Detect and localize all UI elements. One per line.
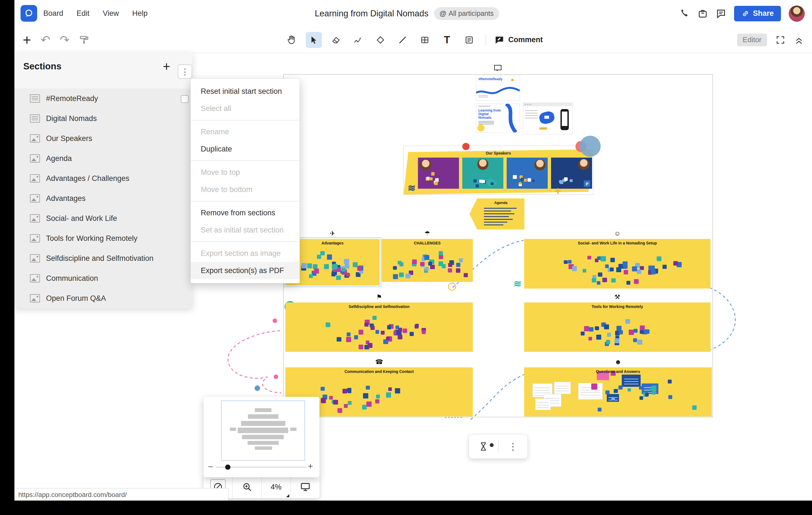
speaker-panel[interactable] — [418, 158, 459, 189]
sticky-note[interactable] — [521, 178, 524, 181]
sticky-note[interactable] — [614, 389, 617, 393]
slide-webinar[interactable] — [523, 103, 573, 134]
add-section-button[interactable]: + — [163, 60, 170, 73]
sticky-note[interactable] — [619, 330, 623, 334]
sticky-note[interactable] — [584, 326, 589, 331]
sticky-note[interactable] — [606, 340, 610, 344]
eraser-tool[interactable] — [328, 32, 344, 48]
sticky-note[interactable] — [386, 336, 389, 340]
sticky-note[interactable] — [403, 328, 407, 333]
sticky-note[interactable] — [604, 324, 609, 329]
sticky-note[interactable] — [398, 328, 402, 332]
sticky-note[interactable] — [614, 338, 619, 343]
sticky-note[interactable] — [346, 337, 351, 342]
sticky-note[interactable] — [338, 408, 342, 413]
sticky-note[interactable] — [301, 263, 307, 268]
sticky-note[interactable] — [588, 337, 592, 341]
sticky-note[interactable] — [597, 281, 601, 285]
sticky-note[interactable] — [595, 326, 599, 330]
our-speakers-group[interactable]: Our Speakers P — [403, 146, 593, 195]
sticky-note[interactable] — [633, 338, 637, 342]
archive-icon[interactable] — [697, 8, 708, 19]
sticky-note[interactable] — [456, 263, 460, 267]
sticky-note[interactable] — [628, 388, 631, 391]
menu-edit[interactable]: Edit — [77, 9, 90, 18]
sticky-note[interactable] — [640, 325, 644, 330]
sticky-note[interactable] — [583, 269, 586, 272]
sticky-note[interactable] — [532, 180, 535, 182]
table-tool[interactable] — [417, 32, 433, 48]
sticky-note[interactable] — [473, 179, 477, 183]
zoom-level-button[interactable]: 4% — [262, 476, 291, 498]
sticky-note[interactable] — [398, 261, 401, 265]
sticky-note[interactable] — [592, 278, 596, 282]
sticky-note[interactable] — [309, 274, 313, 278]
sticky-note[interactable] — [475, 184, 479, 188]
sticky-note[interactable] — [435, 178, 439, 182]
sticky-note[interactable] — [326, 322, 330, 327]
sticky-note[interactable] — [650, 386, 655, 391]
sticky-note[interactable] — [692, 405, 697, 410]
collapse-toolbar-icon[interactable] — [794, 35, 804, 45]
sticky-note[interactable] — [673, 261, 678, 266]
sticky-note[interactable] — [387, 325, 391, 329]
sticky-note[interactable] — [358, 330, 363, 334]
sidebar-item-remoteready[interactable]: #RemoteReady — [14, 88, 193, 108]
sticky-note[interactable] — [596, 335, 601, 340]
zoom-slider-knob[interactable] — [225, 464, 230, 470]
sticky-note[interactable] — [386, 392, 391, 397]
sidebar-item-our-speakers[interactable]: Our Speakers — [14, 129, 193, 148]
sticky-note[interactable] — [366, 402, 372, 407]
sticky-note[interactable] — [605, 265, 609, 268]
sticky-note[interactable] — [616, 267, 621, 272]
sticky-note[interactable] — [456, 268, 460, 273]
menu-item-reset-initial[interactable]: Reset initial start section — [191, 83, 299, 100]
sticky-note[interactable] — [494, 182, 497, 185]
minimap-panel[interactable]: − + — [204, 397, 319, 477]
sticky-note[interactable] — [651, 270, 656, 274]
timer-button[interactable] — [469, 441, 498, 452]
more-options-button[interactable]: ⋮ — [499, 441, 528, 452]
sidebar-item-advantages-challenges[interactable]: Advantages / Challenges — [14, 168, 193, 188]
sticky-note[interactable] — [342, 268, 346, 272]
sticky-note[interactable] — [598, 272, 602, 277]
sticky-note[interactable] — [668, 380, 672, 383]
sticky-note[interactable] — [333, 400, 338, 405]
sticky-note[interactable] — [581, 332, 585, 335]
sidebar-item-communication[interactable]: Communication — [14, 268, 193, 288]
sections-menu-button[interactable]: ⋮ — [178, 64, 192, 79]
sticky-note[interactable] — [363, 393, 368, 399]
sticky-note[interactable] — [622, 262, 628, 267]
sticky-note[interactable] — [598, 408, 602, 411]
board-title[interactable]: Learning from Digital Nomads — [315, 8, 429, 19]
sticky-note[interactable] — [618, 385, 622, 389]
sidebar-item-digital-nomads[interactable]: Digital Nomads — [14, 108, 193, 129]
text-card[interactable] — [535, 399, 551, 410]
section-social-work-life[interactable]: ☺ Social- and Work Life in a Nomading Se… — [524, 239, 710, 289]
sidebar-item-open-forum[interactable]: Open Forum Q&A — [14, 288, 193, 308]
sticky-note[interactable] — [572, 266, 577, 271]
pen-tool[interactable] — [350, 32, 366, 48]
sticky-note[interactable] — [627, 281, 630, 285]
sticky-note[interactable] — [430, 177, 433, 180]
sticky-note[interactable] — [344, 259, 349, 264]
format-paint-icon[interactable] — [79, 35, 90, 45]
sticky-note[interactable] — [353, 262, 358, 267]
slide-panel[interactable] — [622, 375, 641, 387]
section-questions[interactable]: ☻ Questions and Answers — [524, 368, 712, 416]
sticky-note[interactable] — [645, 329, 649, 334]
sticky-note[interactable] — [448, 268, 452, 272]
sticky-note[interactable] — [464, 273, 468, 277]
speaker-panel[interactable] — [507, 158, 548, 189]
sticky-note[interactable] — [482, 180, 485, 183]
sidebar-item-social-work-life[interactable]: Social- and Work Life — [14, 208, 193, 228]
sticky-note[interactable] — [362, 405, 367, 409]
sticky-note[interactable] — [329, 396, 333, 400]
sticky-note[interactable] — [420, 262, 425, 266]
sticky-note[interactable] — [632, 266, 637, 272]
sticky-note[interactable] — [393, 274, 398, 279]
sticky-note[interactable] — [414, 325, 418, 328]
sticky-note[interactable] — [637, 269, 641, 274]
section-tools[interactable]: ⚒ Tools for Working Remotely — [524, 302, 710, 352]
sticky-note[interactable] — [611, 397, 615, 400]
